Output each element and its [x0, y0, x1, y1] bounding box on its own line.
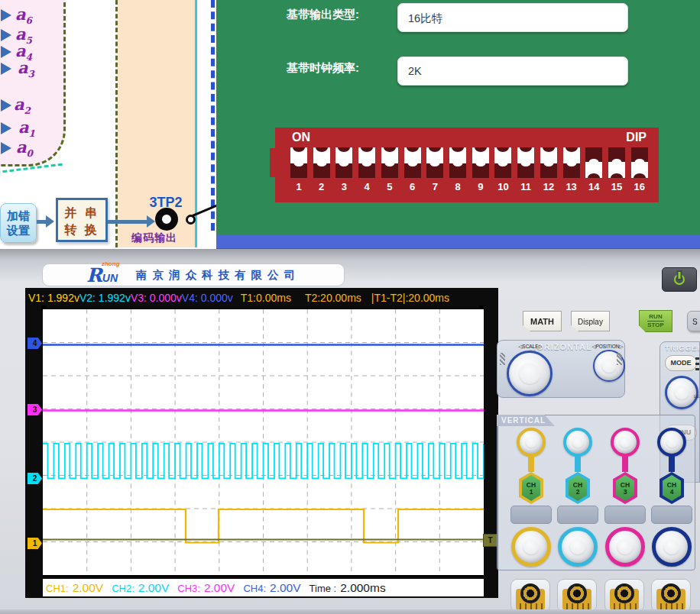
channel-1-marker[interactable]: 1 [28, 538, 42, 549]
dip-toggle-on[interactable] [563, 147, 580, 163]
dip-toggle-on[interactable] [449, 147, 466, 163]
dip-switch-slot[interactable] [563, 147, 580, 178]
ch1-menu-pad[interactable] [510, 506, 552, 524]
settings-panel: 基带输出类型: 16比特 基带时钟频率: 2K ON DIP 123456789… [216, 0, 700, 235]
run-label: RUN [647, 313, 663, 322]
dip-switch-slot[interactable] [517, 147, 534, 178]
dip-switch-7[interactable]: 7 [426, 147, 443, 196]
ch1-scale-knob[interactable] [511, 527, 551, 567]
dip-switch-2[interactable]: 2 [313, 147, 330, 196]
dip-toggle-on[interactable] [404, 147, 421, 163]
ch4-button[interactable]: CH4 [663, 475, 681, 501]
ch3-scale-knob[interactable] [605, 527, 645, 567]
trigger-level-knob[interactable] [665, 376, 698, 409]
ch4-position-knob[interactable] [657, 428, 686, 457]
baseband-clock-freq-label: 基带时钟频率: [287, 61, 359, 76]
dip-switch-slot[interactable] [290, 147, 307, 178]
dip-toggle-on[interactable] [540, 147, 557, 163]
dip-switch-number: 16 [631, 181, 648, 192]
bit-label-a3: a3 [18, 60, 34, 79]
dip-switch-slot[interactable] [494, 147, 511, 178]
dip-switch-16[interactable]: 16 [631, 147, 648, 196]
channel-3-marker[interactable]: 3 [28, 404, 42, 415]
dip-switch-15[interactable]: 15 [608, 147, 625, 196]
ch4-menu-pad[interactable] [651, 506, 692, 524]
dip-switch-14[interactable]: 14 [585, 147, 602, 196]
dip-switch-slot[interactable] [381, 147, 398, 178]
dip-toggle-on[interactable] [335, 147, 352, 163]
ch3-position-knob[interactable] [611, 428, 640, 457]
ch2-menu-pad[interactable] [557, 506, 598, 524]
ch3-button[interactable]: CH3 [616, 475, 634, 501]
dip-switch-13[interactable]: 13 [563, 147, 580, 196]
cyan-divider-line [195, 0, 197, 247]
horizontal-right-indicator-icon [617, 353, 622, 365]
trigger-mode-button[interactable]: MODE [665, 355, 697, 371]
dip-switch-5[interactable]: 5 [381, 147, 398, 196]
dip-toggle-off[interactable] [608, 162, 625, 178]
test-point-3tp2[interactable] [155, 208, 178, 231]
dip-switch-6[interactable]: 6 [404, 147, 421, 196]
ch1-position-knob[interactable] [517, 428, 546, 457]
display-button[interactable]: Display [571, 311, 610, 331]
bnc-connector-ch1[interactable] [510, 579, 550, 612]
bnc-connector-ch3[interactable] [604, 579, 644, 612]
dip-switch-number: 15 [608, 181, 625, 192]
dip-toggle-on[interactable] [290, 147, 307, 163]
dip-switch-slot[interactable] [313, 147, 330, 178]
dip-switch-12[interactable]: 12 [540, 147, 557, 196]
dip-toggle-off[interactable] [631, 162, 648, 178]
channel-4-marker[interactable]: 4 [28, 338, 42, 349]
baseband-output-type-input[interactable]: 16比特 [397, 3, 628, 32]
dip-toggle-on[interactable] [313, 147, 330, 163]
app-root: a6a5a4a3a2a1a0 加错 设置 并 串 转 换 3TP2 编码输出 基… [0, 0, 700, 614]
dip-switch-1[interactable]: 1 [290, 147, 307, 196]
dip-switch-slot[interactable] [608, 147, 625, 178]
ch2-position-knob[interactable] [563, 428, 592, 457]
status-bar: CH1:2.00VCH2:2.00VCH3:2.00VCH4:2.00VTime… [43, 579, 484, 596]
ch2-scale-knob[interactable] [558, 527, 598, 567]
dip-switch-slot[interactable] [540, 147, 557, 178]
dip-switch-slot[interactable] [358, 147, 375, 178]
baseband-clock-freq-input[interactable]: 2K [397, 57, 628, 86]
dip-toggle-on[interactable] [358, 147, 375, 163]
dip-switch-slot[interactable] [335, 147, 352, 178]
dip-switch-slot[interactable] [449, 147, 466, 178]
dip-toggle-on[interactable] [517, 147, 534, 163]
dip-switch-slot[interactable] [631, 147, 648, 178]
bit-arrow-icon [1, 142, 11, 154]
dip-switch-slot[interactable] [472, 147, 489, 178]
dip-toggle-off[interactable] [585, 162, 602, 178]
dip-switch-11[interactable]: 11 [517, 147, 534, 196]
bnc-connector-ch2[interactable] [557, 579, 597, 612]
horizontal-panel: HORIZONTAL ◁SCALE▷ ◁POSITION▷ [497, 340, 625, 398]
run-stop-button[interactable]: RUN STOP [639, 310, 672, 332]
ch1-button[interactable]: CH1 [522, 475, 540, 501]
ch2-button[interactable]: CH2 [569, 475, 587, 501]
dip-toggle-on[interactable] [381, 147, 398, 163]
ch4-scale-knob[interactable] [652, 527, 692, 567]
dip-toggle-on[interactable] [494, 147, 511, 163]
dip-switch-slot[interactable] [426, 147, 443, 178]
trigger-level-marker[interactable]: T [483, 534, 497, 547]
dip-switch-4[interactable]: 4 [358, 147, 375, 196]
bnc-connector-ch4[interactable] [651, 579, 691, 612]
horizontal-scale-knob[interactable] [507, 351, 553, 396]
dip-switch-slot[interactable] [585, 147, 602, 178]
power-button[interactable] [662, 267, 697, 292]
single-button-partial[interactable]: S [687, 311, 700, 331]
dip-switch-10[interactable]: 10 [494, 147, 511, 196]
dip-switch-slot[interactable] [404, 147, 421, 178]
error-setting-box[interactable]: 加错 设置 [0, 203, 37, 243]
dip-switch-8[interactable]: 8 [449, 147, 466, 196]
logo-r: R [86, 264, 102, 286]
bit-arrow-icon [1, 99, 11, 111]
ch3-menu-pad[interactable] [604, 506, 646, 524]
dip-toggle-on[interactable] [426, 147, 443, 163]
dip-switch-3[interactable]: 3 [335, 147, 352, 196]
dip-dip-label: DIP [626, 131, 647, 144]
dip-toggle-on[interactable] [472, 147, 489, 163]
channel-2-marker[interactable]: 2 [28, 473, 42, 484]
math-button[interactable]: MATH [523, 311, 562, 331]
dip-switch-9[interactable]: 9 [472, 147, 489, 196]
